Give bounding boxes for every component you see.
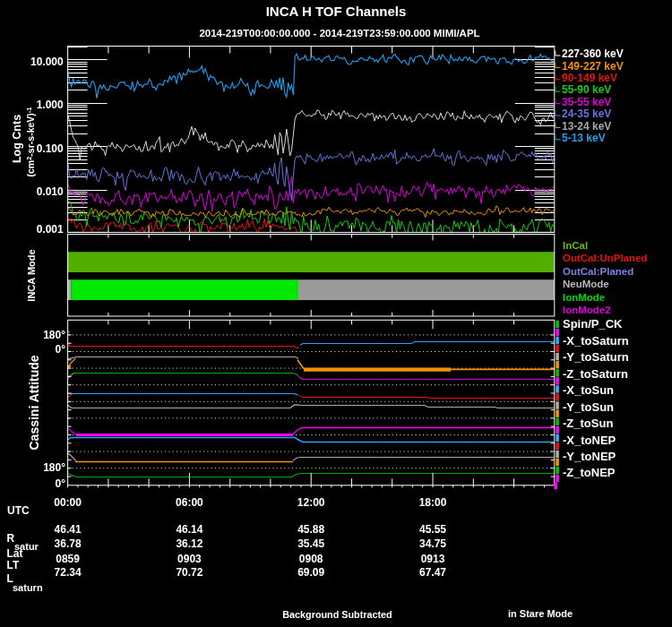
- svg-text:13-24 keV: 13-24 keV: [562, 120, 611, 133]
- svg-text:227-360 keV: 227-360 keV: [562, 47, 624, 60]
- svg-text:18:00: 18:00: [419, 496, 447, 509]
- svg-text:0.010: 0.010: [37, 185, 64, 198]
- svg-text:0°: 0°: [56, 477, 66, 490]
- svg-text:70.72: 70.72: [176, 566, 202, 579]
- svg-text:(cm2-sr-s-keV)-1: (cm2-sr-s-keV)-1: [25, 107, 37, 177]
- svg-text:06:00: 06:00: [176, 496, 203, 509]
- svg-text:90-149 keV: 90-149 keV: [562, 72, 617, 84]
- svg-text:IonMode2: IonMode2: [563, 305, 611, 315]
- svg-text:45.88: 45.88: [297, 523, 324, 536]
- svg-text:Background Subtracted: Background Subtracted: [282, 609, 392, 620]
- svg-text:72.34: 72.34: [55, 566, 82, 579]
- svg-text:-Y_toSaturn: -Y_toSaturn: [563, 350, 629, 364]
- svg-text:55-90 keV: 55-90 keV: [562, 83, 611, 96]
- svg-text:NeuMode: NeuMode: [563, 279, 609, 289]
- svg-text:34.75: 34.75: [419, 537, 446, 550]
- svg-text:67.47: 67.47: [419, 566, 446, 579]
- svg-text:35-55 keV: 35-55 keV: [562, 96, 611, 108]
- svg-text:0859: 0859: [56, 553, 80, 565]
- svg-text:Lat: Lat: [7, 547, 23, 560]
- svg-text:saturn: saturn: [13, 582, 43, 593]
- svg-text:in Stare Mode: in Stare Mode: [508, 608, 573, 619]
- svg-text:0913: 0913: [421, 553, 445, 565]
- svg-text:1.000: 1.000: [37, 99, 64, 111]
- svg-text:10.000: 10.000: [30, 56, 64, 68]
- svg-text:35.45: 35.45: [297, 537, 324, 550]
- svg-text:12:00: 12:00: [297, 496, 325, 509]
- svg-text:36.78: 36.78: [55, 537, 82, 550]
- svg-text:OutCal:UnPlaned: OutCal:UnPlaned: [563, 253, 648, 263]
- svg-text:-Z_toNEP: -Z_toNEP: [563, 466, 616, 479]
- svg-text:0.001: 0.001: [37, 223, 64, 236]
- svg-text:Spin/P_CK: Spin/P_CK: [563, 317, 623, 331]
- svg-text:LT: LT: [7, 559, 20, 571]
- svg-text:5-13 keV: 5-13 keV: [562, 132, 606, 144]
- svg-text:0903: 0903: [177, 553, 202, 565]
- svg-text:OutCal:Planed: OutCal:Planed: [563, 266, 633, 277]
- svg-text:45.55: 45.55: [419, 523, 446, 536]
- svg-text:-X_toSaturn: -X_toSaturn: [563, 334, 629, 348]
- svg-text:INCA Mode: INCA Mode: [26, 249, 37, 301]
- svg-text:-X_toNEP: -X_toNEP: [563, 434, 616, 447]
- svg-text:-Y_toNEP: -Y_toNEP: [563, 450, 616, 463]
- svg-text:69.09: 69.09: [297, 566, 324, 579]
- svg-text:Cassini Attitude: Cassini Attitude: [27, 355, 41, 450]
- svg-text:36.12: 36.12: [176, 537, 202, 550]
- svg-text:Log Cnts: Log Cnts: [11, 115, 23, 163]
- svg-text:00:00: 00:00: [54, 496, 82, 509]
- svg-text:-X_toSun: -X_toSun: [563, 383, 614, 397]
- svg-text:46.14: 46.14: [176, 523, 202, 536]
- svg-text:0°: 0°: [56, 343, 66, 356]
- svg-text:24-35 keV: 24-35 keV: [562, 107, 611, 120]
- svg-text:-Y_toSun: -Y_toSun: [563, 400, 614, 414]
- svg-text:180°: 180°: [43, 461, 65, 474]
- svg-text:180°: 180°: [43, 329, 65, 341]
- svg-text:UTC: UTC: [7, 504, 30, 517]
- svg-text:INCA H TOF Channels: INCA H TOF Channels: [266, 4, 407, 19]
- svg-text:46.41: 46.41: [55, 523, 82, 536]
- svg-text:-Z_toSaturn: -Z_toSaturn: [563, 367, 628, 381]
- svg-text:149-227 keV: 149-227 keV: [562, 60, 624, 73]
- svg-text:2014-219T00:00:00.000 - 2014-2: 2014-219T00:00:00.000 - 2014-219T23:59:0…: [199, 28, 479, 39]
- svg-text:-Z_toSun: -Z_toSun: [563, 417, 613, 430]
- svg-text:0.100: 0.100: [37, 142, 64, 155]
- svg-text:InCal: InCal: [563, 240, 588, 251]
- svg-text:0908: 0908: [299, 553, 323, 565]
- svg-text:IonMode: IonMode: [563, 292, 605, 303]
